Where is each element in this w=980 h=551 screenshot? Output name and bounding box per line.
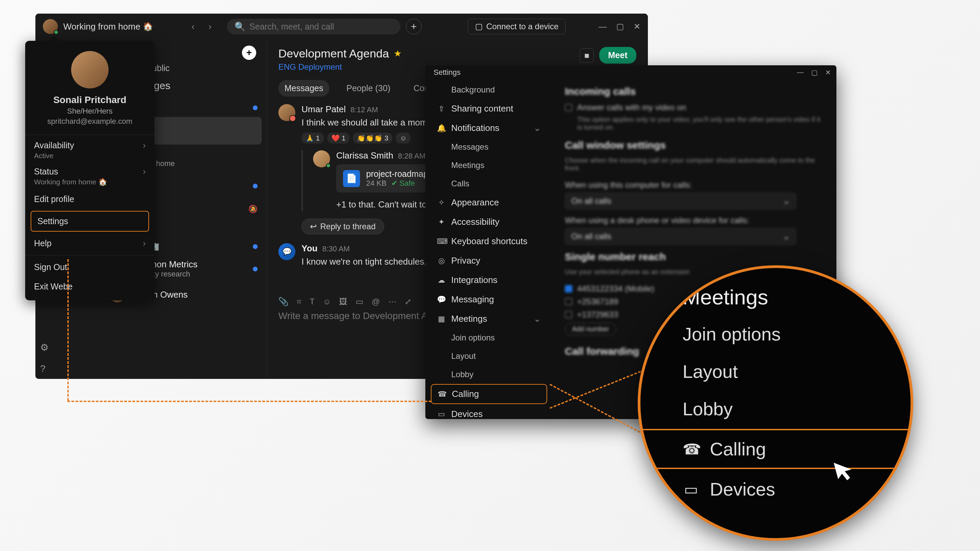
edit-profile-item[interactable]: Edit profile xyxy=(25,189,154,209)
meet-button[interactable]: Meet xyxy=(599,47,636,64)
settings-nav-privacy[interactable]: ◎Privacy xyxy=(431,251,547,270)
checkbox[interactable] xyxy=(565,311,572,318)
message-avatar[interactable] xyxy=(278,104,295,121)
close-button[interactable]: ✕ xyxy=(633,22,640,31)
zoom-item-calling[interactable]: ☎ Calling xyxy=(640,429,911,469)
zoom-item-layout[interactable]: Layout xyxy=(661,353,880,390)
message-avatar[interactable] xyxy=(313,150,330,167)
reaction[interactable]: 🙏 1 xyxy=(301,133,324,143)
settings-nav-notif-meetings[interactable]: Meetings xyxy=(431,156,547,174)
message-author: Umar Patel xyxy=(301,104,346,114)
privacy-icon: ◎ xyxy=(437,256,446,265)
attach-icon[interactable]: 📎 xyxy=(278,297,288,306)
add-reaction-button[interactable]: ☺ xyxy=(396,133,411,143)
close-button[interactable]: ✕ xyxy=(825,68,831,76)
settings-nav-meetings[interactable]: ▦Meetings⌄ xyxy=(431,310,547,328)
settings-nav-join-options[interactable]: Join options xyxy=(431,329,547,346)
unread-indicator xyxy=(253,267,258,272)
checkbox[interactable] xyxy=(565,298,572,305)
settings-nav-background[interactable]: Background xyxy=(431,81,547,98)
settings-nav-sharing[interactable]: ⇪Sharing content xyxy=(431,99,547,118)
help-text: Choose when the incoming call on your co… xyxy=(565,156,824,172)
search-input[interactable] xyxy=(250,22,393,32)
unread-indicator xyxy=(253,105,258,110)
minimize-button[interactable]: — xyxy=(797,68,804,76)
add-button[interactable]: + xyxy=(406,19,422,34)
help-item[interactable]: Help› xyxy=(25,233,154,253)
add-number-button[interactable]: Add number xyxy=(565,323,616,335)
settings-nav-notif-messages[interactable]: Messages xyxy=(431,138,547,156)
gif-icon[interactable]: 🖼 xyxy=(339,297,347,306)
status-item[interactable]: Status› Working from home 🏠 xyxy=(25,163,154,189)
search-field[interactable]: 🔍 xyxy=(227,19,401,34)
gear-icon[interactable]: ⚙ xyxy=(40,342,49,353)
help-icon[interactable]: ? xyxy=(40,363,49,374)
chat-subtitle-link[interactable]: ENG Deployment xyxy=(278,62,401,72)
availability-item[interactable]: Availability› Active xyxy=(25,137,154,163)
settings-item[interactable]: Settings xyxy=(30,211,149,232)
maximize-button[interactable]: ▢ xyxy=(811,68,818,76)
mention-icon[interactable]: @ xyxy=(372,297,380,306)
settings-nav-integrations[interactable]: ☁Integrations xyxy=(431,271,547,289)
avatar[interactable] xyxy=(43,19,58,34)
sign-out-item[interactable]: Sign Out xyxy=(25,257,154,277)
reaction[interactable]: ❤️ 1 xyxy=(327,133,350,143)
reply-icon: ↩ xyxy=(310,222,317,231)
exit-item[interactable]: Exit Webe xyxy=(25,277,154,296)
settings-nav-appearance[interactable]: ✧Appearance xyxy=(431,193,547,212)
message-author: Clarissa Smith xyxy=(336,150,393,161)
settings-nav-messaging[interactable]: 💬Messaging xyxy=(431,290,547,309)
minimize-button[interactable]: — xyxy=(598,22,607,31)
settings-nav-accessibility[interactable]: ✦Accessibility xyxy=(431,213,547,231)
chevron-right-icon: › xyxy=(143,167,146,176)
emoji-icon[interactable]: ☺ xyxy=(323,297,331,306)
accessibility-icon: ✦ xyxy=(437,218,446,227)
message-time: 8:28 AM xyxy=(398,152,426,160)
titlebar: Working from home 🏠 ‹ › 🔍 + ▢ Connect to… xyxy=(35,14,648,40)
settings-nav-notifications[interactable]: 🔔Notifications⌄ xyxy=(431,119,547,137)
chevron-right-icon: › xyxy=(143,238,146,248)
section-heading: Call window settings xyxy=(565,140,824,151)
expand-icon[interactable]: ⤢ xyxy=(404,297,411,306)
forward-button[interactable]: › xyxy=(203,20,217,33)
zoom-item-join-options[interactable]: Join options xyxy=(661,315,880,353)
section-heading: Single number reach xyxy=(565,251,824,263)
chevron-right-icon: › xyxy=(143,140,146,150)
more-icon[interactable]: ⋯ xyxy=(388,297,396,306)
settings-nav-notif-calls[interactable]: Calls xyxy=(431,175,547,192)
star-icon[interactable]: ★ xyxy=(394,48,401,59)
sidebar-footer: ⚙ ? xyxy=(40,342,49,374)
message-avatar[interactable] xyxy=(278,243,295,260)
settings-nav-calling[interactable]: ☎Calling xyxy=(431,384,547,404)
settings-nav-lobby[interactable]: Lobby xyxy=(431,366,547,383)
screenshot-icon[interactable]: ⌗ xyxy=(297,297,301,306)
settings-window-title: Settings xyxy=(434,68,461,77)
settings-nav-layout[interactable]: Layout xyxy=(431,347,547,365)
zoom-item-lobby[interactable]: Lobby xyxy=(661,390,880,427)
maximize-button[interactable]: ▢ xyxy=(616,22,624,31)
checkbox[interactable] xyxy=(565,104,572,111)
chevron-down-icon: ⌄ xyxy=(783,196,790,206)
chat-tab-messages[interactable]: Messages xyxy=(278,80,329,97)
stop-button[interactable]: ◼ xyxy=(579,48,594,63)
reaction[interactable]: 👏👏👏 3 xyxy=(353,133,392,143)
profile-avatar[interactable] xyxy=(71,51,108,89)
muted-icon: 🔕 xyxy=(248,205,258,214)
presence-indicator xyxy=(54,30,59,35)
back-button[interactable]: ‹ xyxy=(186,20,200,33)
settings-nav: Background ⇪Sharing content 🔔Notificatio… xyxy=(425,77,553,417)
keyboard-icon: ⌨ xyxy=(437,237,446,246)
connect-device-button[interactable]: ▢ Connect to a device xyxy=(468,19,566,34)
chat-tab-people[interactable]: People (30) xyxy=(340,80,396,97)
bitmoji-icon[interactable]: ▭ xyxy=(356,297,363,306)
settings-nav-devices[interactable]: ▭Devices xyxy=(431,405,547,417)
select[interactable]: On all calls⌄ xyxy=(565,228,796,245)
chevron-down-icon: ⌄ xyxy=(533,123,541,133)
search-icon: 🔍 xyxy=(234,21,245,32)
reply-thread-button[interactable]: ↩ Reply to thread xyxy=(301,219,384,234)
format-icon[interactable]: T xyxy=(310,297,315,306)
settings-nav-keyboard[interactable]: ⌨Keyboard shortcuts xyxy=(431,232,547,251)
select[interactable]: On all calls⌄ xyxy=(565,192,796,210)
checkbox[interactable] xyxy=(565,285,572,292)
new-space-button[interactable]: + xyxy=(242,46,256,60)
